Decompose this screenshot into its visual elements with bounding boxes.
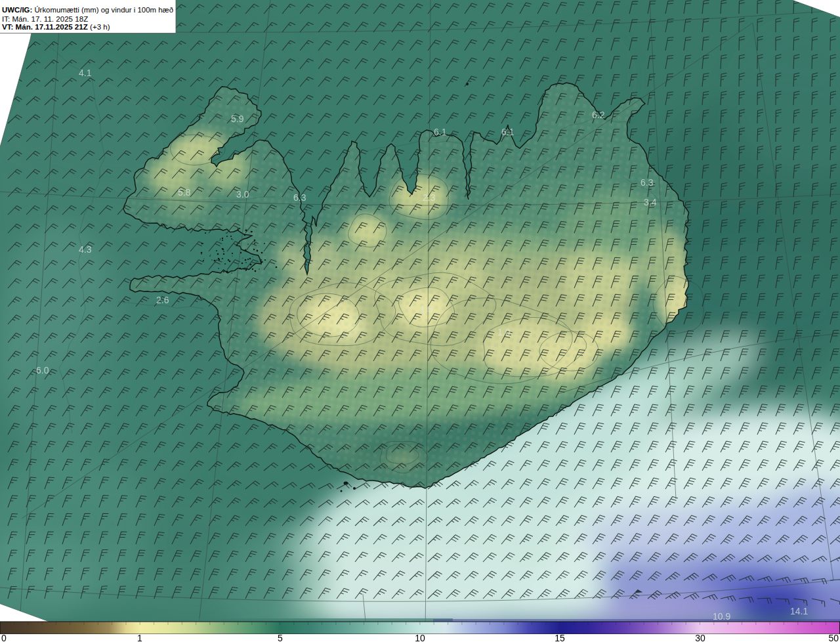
- svg-text:50: 50: [828, 633, 839, 642]
- svg-text:15: 15: [555, 633, 565, 642]
- svg-text:4.3: 4.3: [79, 244, 92, 255]
- svg-text:1: 1: [137, 633, 142, 642]
- svg-text:3.0: 3.0: [236, 189, 249, 200]
- svg-text:6.1: 6.1: [434, 127, 447, 137]
- svg-text:5.8: 5.8: [178, 187, 191, 198]
- svg-text:1.0: 1.0: [497, 327, 511, 337]
- svg-text:2.3: 2.3: [423, 192, 436, 203]
- svg-text:6.2: 6.2: [592, 110, 605, 120]
- svg-text:0: 0: [1, 633, 7, 642]
- svg-text:30: 30: [695, 633, 705, 642]
- svg-text:6.3: 6.3: [293, 192, 306, 203]
- svg-text:6.0: 6.0: [36, 365, 49, 375]
- svg-text:5: 5: [278, 633, 283, 642]
- svg-text:10.9: 10.9: [713, 611, 730, 622]
- svg-text:6.3: 6.3: [640, 177, 654, 188]
- svg-text:3.4: 3.4: [644, 197, 657, 207]
- svg-text:14.1: 14.1: [790, 606, 808, 616]
- svg-text:10: 10: [415, 633, 425, 642]
- svg-text:2.6: 2.6: [156, 295, 169, 305]
- svg-text:5.9: 5.9: [231, 114, 244, 124]
- svg-text:4.1: 4.1: [79, 68, 92, 78]
- svg-text:6.1: 6.1: [501, 127, 514, 137]
- svg-text:VT: Mán. 17.11.2025 21Z (+3 h): VT: Mán. 17.11.2025 21Z (+3 h): [2, 22, 110, 31]
- svg-text:UWC/IG: Úrkomumætti (mm) og vi: UWC/IG: Úrkomumætti (mm) og vindur i 100…: [2, 5, 174, 14]
- svg-text:1.5: 1.5: [420, 304, 433, 314]
